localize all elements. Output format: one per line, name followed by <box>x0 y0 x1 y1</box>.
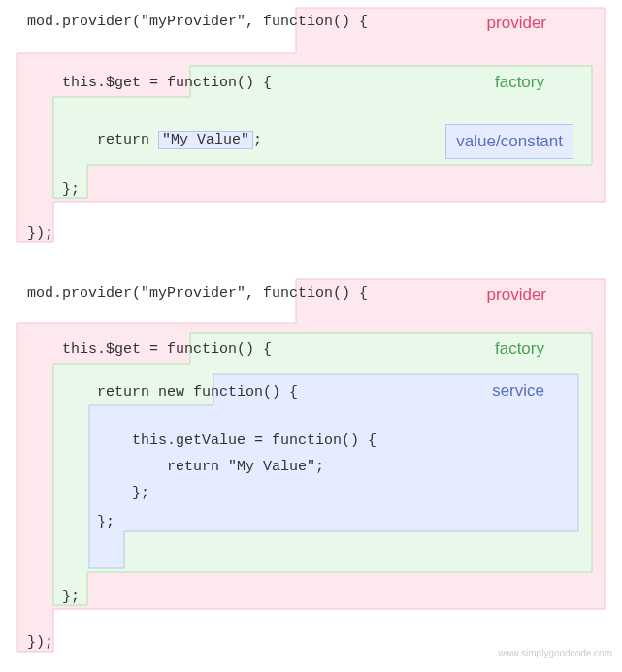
service-label: service <box>492 378 544 403</box>
code-text: }; <box>27 514 115 530</box>
factory-label: factory <box>495 336 544 362</box>
code-text: function() { <box>254 14 368 30</box>
code-text: return new <box>27 384 184 400</box>
code-line: return new function() { <box>0 380 298 405</box>
code-text: }; <box>27 589 80 605</box>
code-line: }); <box>0 630 53 656</box>
code-line: mod.provider("myProvider", function() { <box>0 281 368 306</box>
diagram-block-1: provider factory value/constant mod.prov… <box>0 0 622 262</box>
code-text: }); <box>27 634 53 651</box>
code-text: }; <box>27 181 80 198</box>
code-text: }; <box>27 485 149 501</box>
code-text: ; <box>253 132 262 148</box>
provider-label: provider <box>487 11 546 36</box>
code-text: this.getValue = function() { <box>27 432 376 449</box>
code-text: return <box>27 132 158 148</box>
code-line: }; <box>0 510 115 535</box>
code-line: this.$get = function() { <box>0 337 272 363</box>
value-box: "My Value" <box>158 131 253 149</box>
code-line: this.getValue = function() { <box>0 429 376 454</box>
value-constant-label: value/constant <box>445 124 573 159</box>
code-line: return "My Value"; <box>0 455 324 480</box>
code-line: return "My Value"; <box>0 128 262 153</box>
watermark: www.simplygoodcode.com <box>498 641 612 666</box>
code-text: mod.provider("myProvider", <box>27 14 254 30</box>
code-line: mod.provider("myProvider", function() { <box>0 10 368 35</box>
provider-label: provider <box>487 282 546 307</box>
diagram-block-2: provider factory service mod.provider("m… <box>0 262 622 672</box>
code-text: this.$get = <box>27 75 158 91</box>
code-text: function() { <box>254 285 368 302</box>
code-line: this.$get = function() { <box>0 71 272 96</box>
code-text: this.$get = <box>27 341 158 358</box>
code-line: }); <box>0 221 53 246</box>
code-line: }; <box>0 585 80 610</box>
code-text: }); <box>27 225 53 241</box>
code-text: return "My Value"; <box>27 459 324 475</box>
code-text: mod.provider("myProvider", <box>27 285 254 302</box>
code-line: }; <box>0 481 149 506</box>
code-text: function() { <box>184 384 298 400</box>
factory-label: factory <box>495 70 544 95</box>
code-text: function() { <box>158 341 272 358</box>
code-text: function() { <box>158 75 272 91</box>
code-line: }; <box>0 177 80 203</box>
